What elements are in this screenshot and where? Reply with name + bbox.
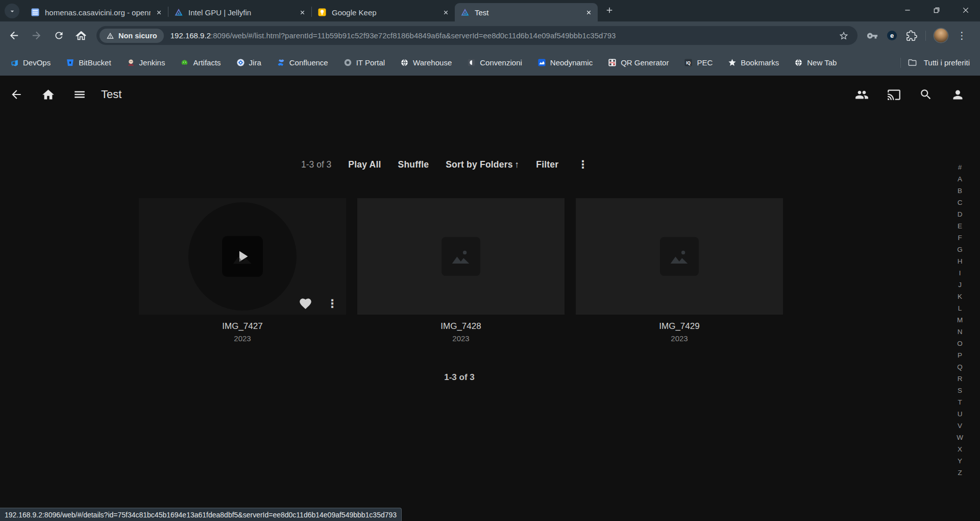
alphabet-letter[interactable]: X: [958, 443, 962, 455]
tab-test-active[interactable]: Test: [455, 3, 598, 21]
people-icon[interactable]: [855, 88, 869, 102]
neodynamic-icon: [537, 58, 546, 67]
bookmark-pec[interactable]: IQ PEC: [684, 58, 713, 67]
alphabet-letter[interactable]: M: [957, 314, 963, 326]
tab-google-keep[interactable]: Google Keep: [312, 3, 455, 21]
alphabet-letter[interactable]: V: [958, 420, 962, 432]
alphabet-letter[interactable]: S: [958, 385, 962, 396]
alphabet-letter[interactable]: #: [958, 161, 962, 173]
alphabet-letter[interactable]: Z: [958, 467, 962, 479]
card-title[interactable]: IMG_7429: [576, 321, 783, 331]
alphabet-letter[interactable]: C: [958, 197, 963, 208]
listing-more-button[interactable]: ⋮: [577, 158, 588, 171]
browser-menu-button[interactable]: ⋮: [956, 31, 968, 40]
address-input[interactable]: 192.168.9.2:8096/web/#/list.html?parentI…: [170, 31, 835, 40]
app-home-button[interactable]: [37, 84, 59, 105]
globe-icon: [400, 58, 409, 67]
back-button[interactable]: [3, 25, 25, 47]
alphabet-letter[interactable]: I: [959, 267, 961, 279]
person-icon[interactable]: [951, 88, 965, 102]
alphabet-letter[interactable]: T: [958, 396, 962, 408]
alphabet-letter[interactable]: D: [958, 208, 963, 220]
profile-avatar[interactable]: [934, 29, 948, 42]
alphabet-letter[interactable]: U: [958, 408, 963, 420]
alphabet-letter[interactable]: B: [958, 185, 962, 197]
tab-homenas[interactable]: homenas.casavicini.org - openm: [25, 3, 168, 21]
tab-search-button[interactable]: [5, 4, 19, 18]
card-thumbnail[interactable]: [576, 198, 783, 315]
tab-close-icon[interactable]: [298, 8, 307, 17]
alphabet-letter[interactable]: W: [957, 432, 963, 443]
play-button[interactable]: [222, 236, 263, 277]
new-tab-button[interactable]: [602, 3, 617, 17]
alphabet-letter[interactable]: Q: [957, 361, 963, 373]
alphabet-letter[interactable]: R: [958, 373, 963, 385]
bookmark-star-icon[interactable]: [839, 31, 849, 41]
card-title[interactable]: IMG_7427: [139, 321, 346, 331]
window-minimize-button[interactable]: [893, 0, 922, 20]
alphabet-letter[interactable]: F: [958, 232, 962, 244]
cast-icon[interactable]: [887, 88, 901, 102]
card-title[interactable]: IMG_7428: [357, 321, 565, 331]
address-bar[interactable]: Non sicuro 192.168.9.2:8096/web/#/list.h…: [96, 26, 857, 45]
alphabet-letter[interactable]: G: [957, 244, 963, 255]
alphabet-letter[interactable]: Y: [958, 455, 962, 467]
bookmark-jira[interactable]: Jira: [236, 58, 261, 67]
search-icon[interactable]: [919, 88, 933, 101]
bookmark-new-tab[interactable]: New Tab: [794, 58, 837, 67]
bookmark-qr-generator[interactable]: QR Generator: [608, 58, 669, 67]
reload-button[interactable]: [47, 25, 70, 47]
play-all-button[interactable]: Play All: [348, 159, 381, 170]
e-extension-icon[interactable]: e: [886, 30, 898, 41]
password-manager-extension-icon[interactable]: [867, 30, 878, 41]
bookmark-devops[interactable]: DevOps: [10, 58, 51, 67]
media-card-img-7429[interactable]: IMG_7429 2023: [576, 198, 783, 343]
alphabet-letter[interactable]: H: [958, 255, 963, 267]
shuffle-button[interactable]: Shuffle: [398, 159, 429, 170]
alphabet-letter[interactable]: J: [958, 279, 962, 291]
bookmark-bitbucket[interactable]: BitBucket: [66, 58, 111, 67]
bookmark-bookmarks-folder[interactable]: Bookmarks: [728, 58, 779, 67]
media-card-img-7427[interactable]: ⋮ IMG_7427 2023: [139, 198, 346, 343]
bookmark-jenkins[interactable]: Jenkins: [127, 58, 165, 67]
window-restore-button[interactable]: [922, 0, 951, 20]
window-controls: [893, 0, 980, 20]
sort-button[interactable]: Sort by Folders ↑: [446, 159, 519, 170]
bookmark-warehouse[interactable]: Warehouse: [400, 58, 452, 67]
favorite-heart-icon[interactable]: [299, 297, 312, 311]
bookmark-confluence[interactable]: Confluence: [277, 58, 328, 67]
alphabet-letter[interactable]: K: [958, 291, 962, 302]
filter-button[interactable]: Filter: [536, 159, 558, 170]
bookmark-it-portal[interactable]: IT Portal: [344, 58, 385, 67]
alphabet-letter[interactable]: L: [958, 302, 962, 314]
alphabet-picker[interactable]: #ABCDEFGHIJKLMNOPQRSTUVWXYZ: [957, 161, 963, 479]
tab-close-icon[interactable]: [584, 8, 594, 17]
security-badge[interactable]: Non sicuro: [100, 29, 164, 43]
bookmark-label: Confluence: [289, 58, 328, 67]
alphabet-letter[interactable]: O: [957, 338, 963, 349]
alphabet-letter[interactable]: E: [958, 220, 962, 232]
bookmark-artifacts[interactable]: Artifacts: [180, 58, 220, 67]
tab-close-icon[interactable]: [154, 8, 164, 17]
sort-label: Sort by Folders: [446, 159, 512, 170]
bookmark-convenzioni[interactable]: Convenzioni: [467, 58, 522, 67]
app-back-button[interactable]: [6, 84, 27, 105]
alphabet-letter[interactable]: N: [958, 326, 963, 338]
bookmark-neodynamic[interactable]: Neodynamic: [537, 58, 593, 67]
card-thumbnail[interactable]: [357, 198, 565, 315]
chevron-down-icon: [8, 7, 16, 15]
card-thumbnail[interactable]: ⋮: [139, 198, 346, 315]
media-card-img-7428[interactable]: IMG_7428 2023: [357, 198, 565, 343]
home-button[interactable]: [70, 25, 92, 47]
alphabet-letter[interactable]: A: [958, 173, 962, 185]
tab-title: homenas.casavicini.org - openm: [45, 8, 151, 17]
alphabet-letter[interactable]: P: [958, 349, 962, 361]
window-close-button[interactable]: [951, 0, 980, 20]
tab-close-icon[interactable]: [441, 8, 451, 17]
extensions-puzzle-icon[interactable]: [906, 30, 917, 41]
item-menu-button[interactable]: ⋮: [327, 298, 338, 310]
all-bookmarks[interactable]: Tutti i preferiti: [900, 58, 970, 68]
forward-button[interactable]: [25, 25, 47, 47]
tab-intel-gpu-jellyfin[interactable]: Intel GPU | Jellyfin: [168, 3, 311, 21]
app-menu-button[interactable]: [69, 84, 90, 105]
